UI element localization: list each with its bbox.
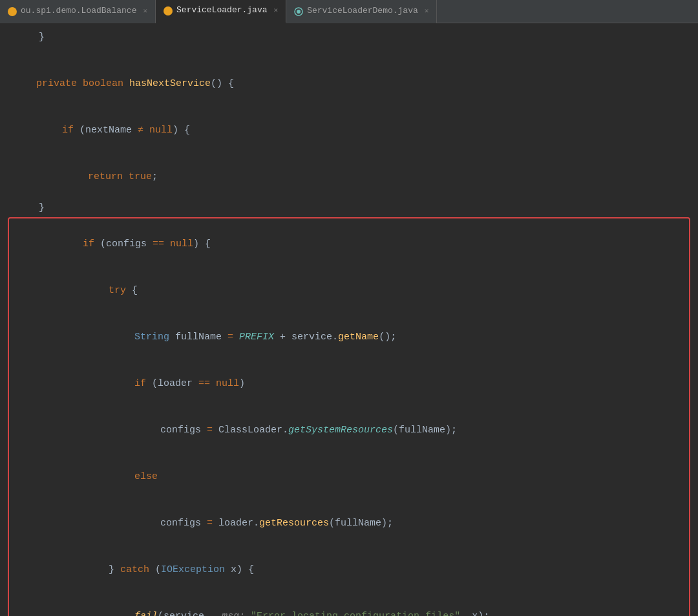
tab-label-serviceloader: ServiceLoader.java [176, 4, 267, 17]
code-line-if3: if (loader == null) [9, 361, 689, 407]
tab-serviceloader[interactable]: ServiceLoader.java ✕ [156, 0, 286, 23]
code-line-1: } [0, 30, 698, 45]
tab-bar: ou.spi.demo.LoadBalance ✕ ServiceLoader.… [0, 0, 698, 23]
code-line-brace1: } [0, 200, 698, 216]
tab-label-loadbalance: ou.spi.demo.LoadBalance [21, 5, 136, 17]
tab-close-loadbalance[interactable]: ✕ [143, 6, 147, 17]
tab-icon-demo [294, 7, 303, 16]
code-line-getresources: configs = loader.getResources(fullName); [9, 500, 689, 547]
code-line-return1: return true; [0, 154, 698, 200]
tab-serviceloaderdemo[interactable]: ServiceLoaderDemo.java ✕ [286, 0, 437, 23]
code-line-catch: } catch (IOException x) { [9, 547, 689, 593]
svg-point-1 [297, 10, 301, 14]
code-line-if2: if (configs == null) { [9, 221, 689, 268]
tab-close-serviceloader[interactable]: ✕ [274, 5, 279, 16]
code-line-if1: if (nextName ≠ null) { [0, 107, 698, 154]
tab-icon-serviceloader [164, 6, 173, 16]
code-line-fail: fail(service, msg: "Error locating confi… [9, 593, 689, 616]
code-line-else: else [9, 454, 689, 500]
code-line-method: private boolean hasNextService() { [0, 61, 698, 107]
highlight-box-1: if (configs == null) { try { String full… [8, 217, 690, 616]
tab-loadbalance[interactable]: ou.spi.demo.LoadBalance ✕ [0, 0, 156, 23]
tab-icon-loadbalance [8, 7, 17, 16]
code-line-blank [0, 45, 698, 61]
code-line-try: try { [9, 268, 689, 314]
tab-label-demo: ServiceLoaderDemo.java [307, 5, 418, 17]
code-line-classloader: configs = ClassLoader.getSystemResources… [9, 407, 689, 454]
tab-close-demo[interactable]: ✕ [425, 6, 429, 17]
code-editor: } private boolean hasNextService() { if … [0, 23, 698, 616]
code-line-fullname: String fullName = PREFIX + service.getNa… [9, 314, 689, 361]
